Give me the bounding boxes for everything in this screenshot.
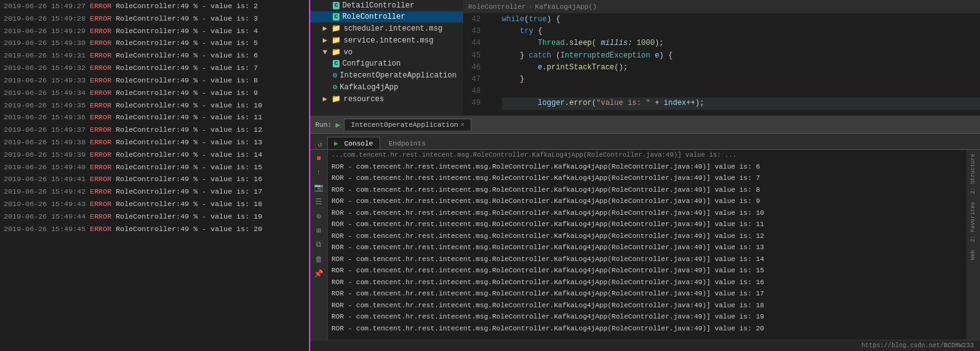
screenshot-button[interactable]: 📷: [313, 181, 325, 194]
tab-console-label: Console: [344, 140, 373, 147]
log-entry: 2019-06-26 15:49:28 ERROR RoleController…: [0, 12, 309, 25]
console-log-entry: ROR - com.tencent.hr.rest.intecent.msg.R…: [330, 311, 964, 323]
log-entry: 2019-06-26 15:49:33 ERROR RoleController…: [0, 74, 309, 87]
tree-item-label: KafkaLog4jApp: [340, 83, 398, 92]
filter-button[interactable]: ☰: [313, 195, 325, 208]
log-entry: 2019-06-26 15:49:30 ERROR RoleController…: [0, 37, 309, 49]
sidebar-icon-item[interactable]: 2: Structure: [969, 150, 978, 198]
log-entry: 2019-06-26 15:49:35 ERROR RoleController…: [0, 99, 309, 112]
file-tree-panel: C DetailControllerC RoleController▶ 📁 sc…: [310, 0, 463, 116]
stop-button[interactable]: ■: [313, 152, 325, 165]
tree-item[interactable]: C DetailController: [310, 0, 463, 11]
class-icon: C: [333, 13, 340, 21]
delete-button[interactable]: 🗑: [313, 253, 325, 265]
log-entry: 2019-06-26 15:49:42 ERROR RoleController…: [0, 185, 309, 198]
tree-item[interactable]: ▼ 📁 vo: [310, 46, 463, 58]
sidebar-icon-item[interactable]: 2: Favorites: [969, 198, 978, 246]
console-log-entry: ROR - com.tencent.hr.rest.intecent.msg.R…: [330, 323, 964, 335]
console-body: ■ ↑ 📷 ☰ ⚙ ⊞ ⧉ 🗑 📌 ...com.tencent.hr.rest…: [310, 150, 980, 340]
code-line[interactable]: } catch (InterruptedException e) {: [502, 50, 980, 62]
upper-area: C DetailControllerC RoleController▶ 📁 sc…: [310, 0, 980, 116]
tree-item-label: vo: [343, 48, 352, 57]
scroll-up-button[interactable]: ↑: [313, 167, 325, 179]
tree-item[interactable]: C RoleController: [310, 11, 463, 22]
console-log-entry: ROR - com.tencent.hr.rest.intecent.msg.R…: [330, 265, 964, 277]
code-line[interactable]: try {: [502, 26, 980, 37]
log-entry: 2019-06-26 15:49:41 ERROR RoleController…: [0, 173, 309, 185]
tree-item-label: scheduler.intecent.msg: [343, 24, 442, 33]
line-numbers: 4243444546474849: [463, 14, 486, 116]
line-number: 42: [463, 14, 481, 26]
tree-item[interactable]: ▶ 📁 scheduler.intecent.msg: [310, 22, 463, 34]
pin-button[interactable]: 📌: [313, 267, 325, 280]
run-bar: Run: ▶ IntecentOperateApplication ×: [310, 116, 980, 134]
log-entry: 2019-06-26 15:49:38 ERROR RoleController…: [0, 136, 309, 149]
run-tab[interactable]: IntecentOperateApplication ×: [344, 119, 471, 131]
main-content: C DetailControllerC RoleController▶ 📁 sc…: [310, 0, 980, 351]
settings-button[interactable]: ⚙: [313, 210, 325, 222]
class-icon: C: [333, 60, 340, 67]
breadcrumb: RoleController › KafkaLog4jApp(): [463, 0, 980, 14]
tree-item[interactable]: ⚙ IntecentOperateApplication: [310, 69, 463, 81]
code-line[interactable]: [502, 86, 980, 97]
tree-item[interactable]: C Configuration: [310, 58, 463, 69]
code-line[interactable]: }: [502, 74, 980, 86]
tree-item-label: IntecentOperateApplication: [340, 71, 456, 80]
console-log-entry: ROR - com.tencent.hr.rest.intecent.msg.R…: [330, 230, 964, 242]
code-editor-panel: RoleController › KafkaLog4jApp() 4243444…: [463, 0, 980, 116]
console-log-entry: ROR - com.tencent.hr.rest.intecent.msg.R…: [330, 254, 964, 265]
code-content[interactable]: while(true) { try { Thread.sleep( millis…: [497, 14, 980, 116]
rerun-icon[interactable]: ↺: [315, 140, 325, 149]
file-tree: C DetailControllerC RoleController▶ 📁 sc…: [310, 0, 463, 116]
status-url: https://blog.csdn.net/BCDMW233: [861, 342, 974, 349]
log-entry: 2019-06-26 15:49:40 ERROR RoleController…: [0, 161, 309, 174]
log-entry: 2019-06-26 15:49:31 ERROR RoleController…: [0, 49, 309, 62]
console-log: ...com.tencent.hr.rest.intecent.msg.Role…: [328, 150, 966, 334]
console-icon: ▶: [334, 140, 338, 147]
sidebar-icon-item[interactable]: Web: [969, 246, 978, 264]
log-entry: 2019-06-26 15:49:44 ERROR RoleController…: [0, 210, 309, 223]
tree-item-label: resources: [343, 95, 384, 104]
code-line[interactable]: logger.error("value is: " + index++);: [502, 97, 980, 109]
code-line[interactable]: e.printStackTrace();: [502, 62, 980, 74]
folder-icon: ▶ 📁: [323, 24, 341, 33]
tree-item-label: RoleController: [342, 12, 405, 21]
app-icon: ⚙: [333, 82, 337, 92]
log-entry: 2019-06-26 15:49:39 ERROR RoleController…: [0, 149, 309, 161]
console-first-entry: ...com.tencent.hr.rest.intecent.msg.Role…: [330, 150, 964, 161]
tree-item[interactable]: ⚙ KafkaLog4jApp: [310, 81, 463, 93]
log-entry: 2019-06-26 15:49:27 ERROR RoleController…: [0, 0, 309, 12]
layout-button[interactable]: ⊞: [313, 224, 325, 237]
copy-button[interactable]: ⧉: [313, 239, 325, 251]
console-log-area: ...com.tencent.hr.rest.intecent.msg.Role…: [328, 150, 966, 340]
console-log-entry: ROR - com.tencent.hr.rest.intecent.msg.R…: [330, 277, 964, 289]
line-number: 49: [463, 97, 481, 109]
code-line[interactable]: while(true) {: [502, 14, 980, 26]
log-panel: 2019-06-26 15:49:27 ERROR RoleController…: [0, 0, 310, 351]
code-line[interactable]: Thread.sleep( millis: 1000);: [502, 37, 980, 49]
log-entry: 2019-06-26 15:49:36 ERROR RoleController…: [0, 111, 309, 124]
close-run-tab[interactable]: ×: [461, 122, 464, 129]
tree-item[interactable]: ▶ 📁 resources: [310, 93, 463, 105]
log-entry: 2019-06-26 15:49:45 ERROR RoleController…: [0, 223, 309, 235]
log-entry: 2019-06-26 15:49:43 ERROR RoleController…: [0, 198, 309, 210]
tree-item[interactable]: ▶ 📁 service.intecent.msg: [310, 34, 463, 46]
log-entry: 2019-06-26 15:49:37 ERROR RoleController…: [0, 124, 309, 136]
console-log-entry: ROR - com.tencent.hr.rest.intecent.msg.R…: [330, 172, 964, 184]
run-tab-label: IntecentOperateApplication: [351, 121, 458, 129]
console-log-entry: ROR - com.tencent.hr.rest.intecent.msg.R…: [330, 219, 964, 230]
class-icon: C: [333, 2, 340, 9]
status-bar: https://blog.csdn.net/BCDMW233: [310, 340, 980, 351]
console-log-entry: ROR - com.tencent.hr.rest.intecent.msg.R…: [330, 300, 964, 312]
breadcrumb-part2: KafkaLog4jApp(): [535, 3, 597, 11]
tab-console[interactable]: ▶ Console: [327, 137, 380, 149]
line-number: 45: [463, 50, 481, 62]
console-action-bar: ■ ↑ 📷 ☰ ⚙ ⊞ ⧉ 🗑 📌: [310, 150, 328, 340]
console-log-entry: ROR - com.tencent.hr.rest.intecent.msg.R…: [330, 161, 964, 173]
log-entry: 2019-06-26 15:49:34 ERROR RoleController…: [0, 87, 309, 99]
middle-right: C DetailControllerC RoleController▶ 📁 sc…: [310, 0, 980, 351]
tree-item-label: Configuration: [342, 59, 401, 68]
run-icon: ▶: [335, 120, 340, 130]
app-icon: ⚙: [333, 71, 337, 80]
tab-endpoints[interactable]: Endpoints: [383, 137, 432, 149]
